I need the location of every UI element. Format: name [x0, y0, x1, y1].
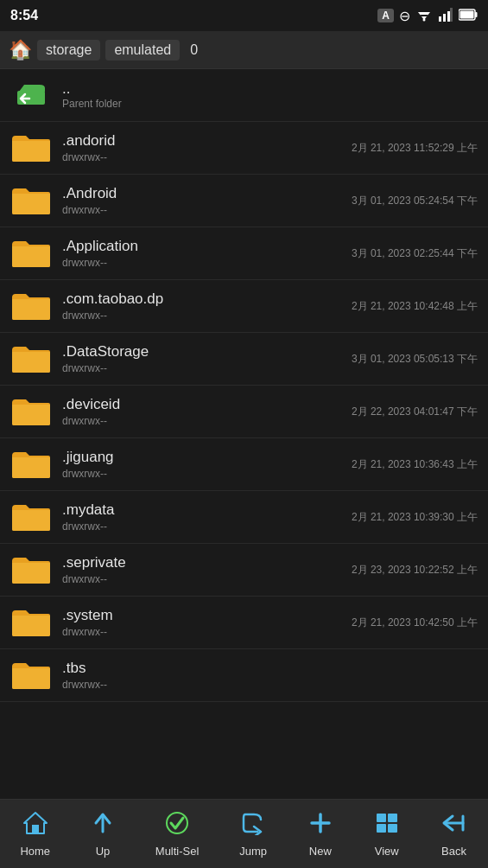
toolbar-view-label: View	[375, 845, 399, 858]
svg-rect-4	[439, 16, 441, 22]
breadcrumb-emulated[interactable]: emulated	[105, 40, 180, 61]
status-time: 8:54	[10, 8, 38, 23]
a-icon: A	[377, 9, 394, 22]
file-meta: drwxrwx--	[62, 362, 345, 374]
file-name: .andorid	[62, 132, 345, 150]
breadcrumb-bar: 🏠 storage emulated 0	[0, 31, 488, 69]
list-item[interactable]: .andorid drwxrwx-- 2月 21, 2023 11:52:29 …	[0, 122, 488, 175]
list-item[interactable]: .Application drwxrwx-- 3月 01, 2023 02:25…	[0, 227, 488, 280]
status-icons: A ⊖	[377, 8, 478, 24]
svg-point-3	[423, 18, 426, 21]
file-name: .DataStorage	[62, 343, 345, 361]
toolbar-view[interactable]: View	[365, 806, 409, 863]
file-date: 3月 01, 2023 02:25:44 下午	[352, 246, 478, 261]
home-icon: 🏠	[9, 39, 32, 61]
toolbar-back[interactable]: Back	[432, 806, 477, 863]
file-info: .tbs drwxrwx--	[62, 660, 471, 691]
bottom-toolbar: Home Up Multi-Sel Jump	[0, 799, 488, 868]
parent-folder-item[interactable]: .. Parent folder	[0, 69, 488, 122]
folder-icon	[10, 236, 52, 271]
file-meta: drwxrwx--	[62, 573, 345, 585]
list-item[interactable]: .seprivate drwxrwx-- 2月 23, 2023 10:22:5…	[0, 544, 488, 597]
breadcrumb-0[interactable]: 0	[185, 40, 203, 61]
svg-rect-18	[377, 814, 386, 822]
toolbar-up[interactable]: Up	[82, 806, 124, 863]
back-toolbar-icon	[440, 811, 468, 841]
toolbar-up-label: Up	[96, 845, 111, 858]
file-name: .system	[62, 607, 345, 624]
file-info: .jiguang drwxrwx--	[62, 449, 345, 480]
toolbar-jump[interactable]: Jump	[231, 806, 276, 863]
toolbar-new[interactable]: New	[299, 806, 342, 863]
file-meta: drwxrwx--	[62, 520, 345, 533]
toolbar-home-label: Home	[20, 845, 50, 858]
list-item[interactable]: .jiguang drwxrwx-- 2月 21, 2023 10:36:43 …	[0, 438, 488, 491]
file-name: .seprivate	[62, 554, 345, 571]
file-name: .deviceid	[62, 396, 345, 413]
list-item[interactable]: .mydata drwxrwx-- 2月 21, 2023 10:39:30 上…	[0, 491, 488, 544]
list-item[interactable]: .tbs drwxrwx--	[0, 649, 488, 702]
file-name: .Android	[62, 185, 345, 202]
parent-dotdot: ..	[62, 80, 122, 98]
list-item[interactable]: .Android drwxrwx-- 3月 01, 2023 05:24:54 …	[0, 175, 488, 227]
signal-icon	[438, 8, 453, 24]
battery-icon	[459, 9, 478, 23]
folder-icon	[10, 447, 52, 482]
svg-rect-9	[475, 12, 478, 17]
file-date: 2月 21, 2023 10:39:30 上午	[352, 510, 478, 525]
file-meta: drwxrwx--	[62, 415, 345, 427]
file-name: .tbs	[62, 660, 471, 677]
multisel-toolbar-icon	[164, 811, 190, 841]
file-name: .Application	[62, 238, 345, 255]
file-date: 2月 21, 2023 10:42:50 上午	[352, 616, 478, 630]
breadcrumb-storage[interactable]: storage	[37, 40, 100, 61]
wifi-icon	[415, 8, 433, 24]
back-arrow-icon	[10, 78, 52, 112]
list-item[interactable]: .DataStorage drwxrwx-- 3月 01, 2023 05:05…	[0, 333, 488, 386]
file-list: .. Parent folder .andorid drwxrwx-- 2月 2…	[0, 69, 488, 799]
jump-toolbar-icon	[240, 811, 266, 841]
folder-icon	[10, 131, 52, 165]
svg-rect-6	[447, 11, 450, 22]
file-info: .DataStorage drwxrwx--	[62, 343, 345, 374]
list-item[interactable]: .deviceid drwxrwx-- 2月 22, 2023 04:01:47…	[0, 386, 488, 438]
folder-icon	[10, 658, 52, 692]
file-date: 2月 21, 2023 11:52:29 上午	[352, 141, 478, 156]
status-bar: 8:54 A ⊖	[0, 0, 488, 31]
folder-icon	[10, 183, 52, 218]
toolbar-back-label: Back	[441, 845, 466, 858]
file-meta: drwxrwx--	[62, 257, 345, 269]
file-date: 2月 21, 2023 10:36:43 上午	[352, 457, 478, 472]
folder-icon	[10, 552, 52, 587]
toolbar-multisel-label: Multi-Sel	[155, 845, 200, 858]
parent-label: Parent folder	[62, 98, 122, 110]
file-meta: drwxrwx--	[62, 310, 345, 322]
minus-circle-icon: ⊖	[399, 8, 410, 24]
new-toolbar-icon	[307, 811, 333, 841]
file-info: .seprivate drwxrwx--	[62, 554, 345, 585]
file-name: .com.taobao.dp	[62, 290, 345, 308]
home-toolbar-icon	[22, 811, 48, 841]
file-info: .Application drwxrwx--	[62, 238, 345, 269]
file-meta: drwxrwx--	[62, 468, 345, 480]
file-info: .system drwxrwx--	[62, 607, 345, 638]
svg-rect-10	[460, 10, 474, 18]
toolbar-new-label: New	[309, 845, 332, 858]
list-item[interactable]: .system drwxrwx-- 2月 21, 2023 10:42:50 上…	[0, 597, 488, 649]
list-item[interactable]: .com.taobao.dp drwxrwx-- 2月 21, 2023 10:…	[0, 280, 488, 333]
folder-icon	[10, 341, 52, 376]
toolbar-multi-sel[interactable]: Multi-Sel	[147, 806, 208, 863]
file-date: 2月 21, 2023 10:42:48 上午	[352, 299, 478, 314]
file-date: 3月 01, 2023 05:05:13 下午	[352, 352, 478, 367]
file-name: .jiguang	[62, 449, 345, 466]
svg-rect-13	[32, 825, 39, 833]
file-date: 2月 23, 2023 10:22:52 上午	[352, 563, 478, 578]
svg-rect-21	[388, 824, 397, 833]
file-info: .andorid drwxrwx--	[62, 132, 345, 163]
file-meta: drwxrwx--	[62, 679, 471, 691]
file-meta: drwxrwx--	[62, 626, 345, 638]
folder-icon	[10, 289, 52, 323]
toolbar-home[interactable]: Home	[11, 806, 59, 863]
svg-rect-5	[443, 14, 446, 22]
file-date: 3月 01, 2023 05:24:54 下午	[352, 194, 478, 208]
